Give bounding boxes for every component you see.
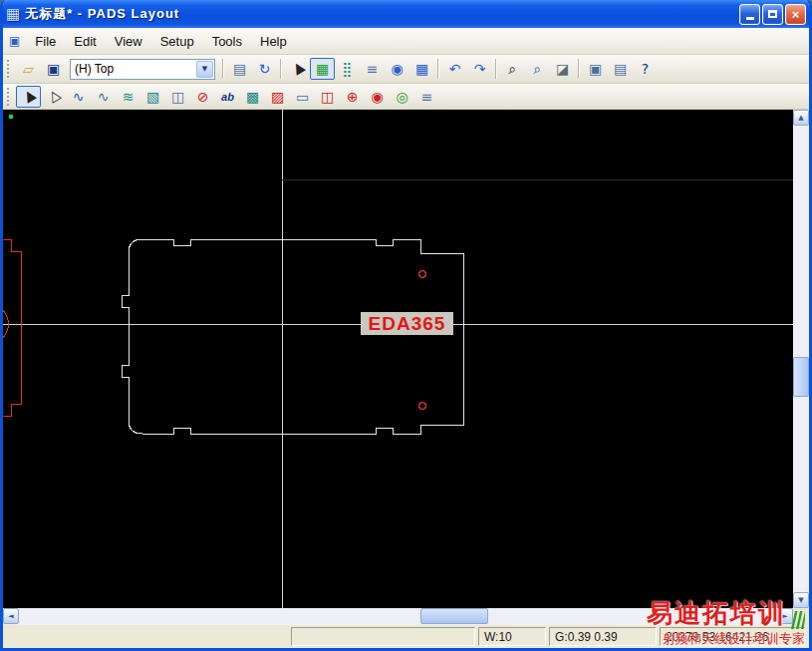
- menu-setup[interactable]: Setup: [151, 30, 203, 53]
- menu-edit[interactable]: Edit: [65, 30, 105, 53]
- drill-drawing-button[interactable]: ⊕: [340, 86, 365, 108]
- keepout-icon: ⊘: [197, 90, 209, 104]
- menu-file[interactable]: File: [26, 30, 65, 53]
- menu-help[interactable]: Help: [251, 30, 296, 53]
- horizontal-scrollbar[interactable]: ◄ ►: [3, 608, 809, 625]
- layer-combobox[interactable]: (H) Top ▼: [70, 59, 215, 80]
- copper-button[interactable]: ≋: [116, 86, 140, 108]
- line-button[interactable]: ∿: [66, 86, 91, 108]
- select-vertex-icon: ▷: [45, 88, 63, 104]
- board-outline[interactable]: [122, 239, 463, 434]
- save-button[interactable]: ▣: [41, 58, 66, 80]
- help-button[interactable]: ?: [633, 58, 658, 80]
- undo-button[interactable]: ↶: [442, 58, 467, 80]
- vertical-scrollbar[interactable]: ▲ ▼: [793, 110, 809, 608]
- properties-list-button[interactable]: ≡: [414, 86, 439, 108]
- copper-icon: ≋: [123, 90, 135, 104]
- scroll-up-icon: ▲: [798, 115, 803, 122]
- copper-cutout-button[interactable]: ▧: [140, 86, 165, 108]
- canvas-graphics: [3, 110, 793, 608]
- toolbar-separator: [280, 59, 282, 79]
- app-icon: ▦: [6, 7, 20, 22]
- glue-dot-icon: ◉: [371, 90, 383, 104]
- select-arrow-icon: ▶: [20, 88, 38, 104]
- line-icon: ∿: [73, 90, 85, 104]
- window-title: 无标题* - PADS Layout: [25, 5, 179, 23]
- selection-mode-button[interactable]: ▶: [285, 58, 310, 80]
- keepout-button[interactable]: ⊘: [190, 86, 215, 108]
- layer-combobox-value: (H) Top: [71, 62, 196, 76]
- copper-pour-button[interactable]: ▩: [240, 86, 265, 108]
- main-toolbar: ▱ ▣ (H) Top ▼ ▤ ↻ ▶ ▦ ⣿ ≡ ◉ ▦ ↶ ↷ ⌕ ⌕ ◪ …: [3, 55, 809, 84]
- toolbar-separator: [495, 59, 497, 79]
- status-grid: G:0.39 0.39: [549, 627, 657, 646]
- polyline-button[interactable]: ∿: [91, 86, 116, 108]
- toolbar-grip[interactable]: [7, 60, 12, 78]
- menu-view[interactable]: View: [106, 30, 151, 53]
- report-button[interactable]: ▤: [608, 58, 633, 80]
- board-outline-icon: ▭: [296, 90, 309, 104]
- vertical-scroll-thumb[interactable]: [793, 357, 809, 397]
- pour-cutout-button[interactable]: ▨: [265, 86, 290, 108]
- close-icon: ×: [792, 7, 800, 22]
- scroll-down-button[interactable]: ▼: [793, 592, 809, 608]
- design-canvas[interactable]: EDA365 ▲ ▼: [3, 110, 809, 608]
- text-icon: ab: [221, 91, 234, 103]
- via-toolbox-button[interactable]: ◉: [385, 58, 409, 80]
- pan-button[interactable]: ◪: [550, 58, 575, 80]
- minimize-button[interactable]: [739, 4, 760, 25]
- origin-marker: [9, 115, 13, 119]
- help-icon: ?: [642, 62, 649, 76]
- select-button[interactable]: ▶: [16, 86, 41, 108]
- menu-tools[interactable]: Tools: [203, 30, 251, 53]
- title-bar[interactable]: ▦ 无标题* - PADS Layout ×: [0, 0, 812, 28]
- fit-board-button[interactable]: ⌕: [525, 58, 550, 80]
- clipped-red-outline: [3, 239, 21, 416]
- copy-shape-button[interactable]: ◫: [165, 86, 190, 108]
- report-icon: ▤: [614, 62, 627, 76]
- scroll-down-icon: ▼: [798, 597, 803, 604]
- redraw-button[interactable]: ↻: [252, 58, 277, 80]
- text-button[interactable]: ab: [215, 86, 240, 108]
- board-button[interactable]: ▤: [227, 58, 252, 80]
- zoom-button[interactable]: ⌕: [500, 58, 525, 80]
- scroll-right-button[interactable]: ►: [777, 608, 793, 624]
- undo-icon: ↶: [449, 62, 461, 76]
- toolbar-separator: [222, 59, 224, 79]
- scrollbar-corner: [793, 608, 809, 625]
- open-button[interactable]: ▱: [16, 58, 41, 80]
- horizontal-scroll-thumb[interactable]: [420, 608, 488, 624]
- glue-dot-button[interactable]: ◉: [365, 86, 390, 108]
- window-controls: ×: [739, 4, 806, 25]
- maximize-button[interactable]: [762, 4, 783, 25]
- grid-toolbox-button[interactable]: ▦: [409, 58, 434, 80]
- redo-button[interactable]: ↷: [467, 58, 492, 80]
- redraw-icon: ↻: [259, 62, 271, 76]
- fit-board-icon: ⌕: [534, 62, 542, 76]
- status-line-width: W:10: [478, 627, 546, 646]
- board-outline-button[interactable]: ▭: [290, 86, 315, 108]
- document-icon: ▣: [9, 35, 20, 47]
- drafting-toolbox-button[interactable]: ▦: [310, 58, 335, 80]
- layers-icon: ≡: [367, 62, 379, 76]
- drafting-toolbox-icon: ▦: [316, 62, 329, 76]
- test-point-button[interactable]: ◎: [390, 86, 414, 108]
- layers-toolbox-button[interactable]: ≡: [360, 58, 385, 80]
- combo-dropdown-button[interactable]: ▼: [196, 61, 213, 78]
- save-disk-icon: ▣: [47, 62, 60, 76]
- split-plane-button[interactable]: ◫: [315, 86, 340, 108]
- scroll-left-button[interactable]: ◄: [3, 608, 19, 624]
- eda365-label[interactable]: EDA365: [361, 312, 453, 335]
- minimize-icon: [746, 17, 754, 20]
- pan-icon: ◪: [556, 62, 569, 76]
- drill-hole-top[interactable]: [419, 271, 426, 278]
- new-window-button[interactable]: ▣: [583, 58, 608, 80]
- close-button[interactable]: ×: [785, 4, 806, 25]
- redo-icon: ↷: [474, 62, 486, 76]
- window-icon: ▣: [589, 62, 602, 76]
- design-toolbox-button[interactable]: ⣿: [335, 58, 360, 80]
- scroll-up-button[interactable]: ▲: [793, 110, 809, 126]
- select-vertex-button[interactable]: ▷: [41, 86, 66, 108]
- toolbar-grip[interactable]: [7, 88, 12, 106]
- drill-hole-bottom[interactable]: [419, 403, 426, 410]
